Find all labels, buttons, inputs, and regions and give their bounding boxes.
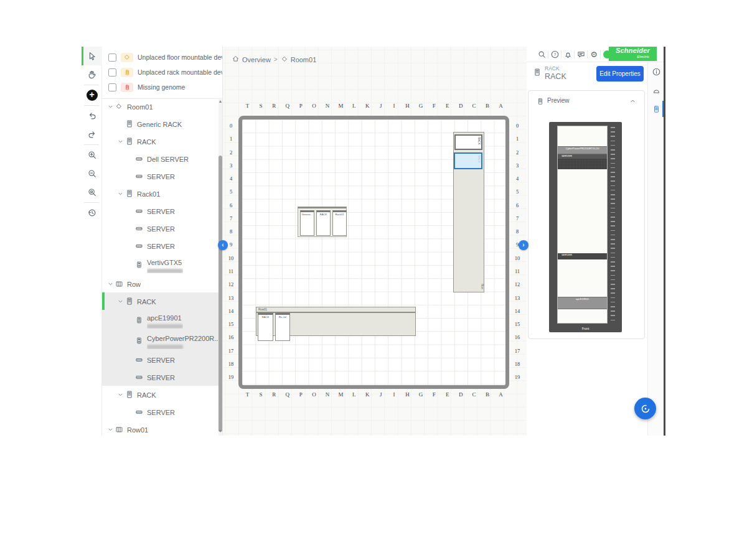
- zoom-fit-tool-button[interactable]: [82, 183, 102, 202]
- zoom-in-tool-button[interactable]: [82, 146, 102, 164]
- column-letter: J: [376, 103, 386, 109]
- notifications-bell-icon[interactable]: [561, 48, 574, 60]
- info-icon[interactable]: [648, 62, 664, 81]
- rack-icon: [537, 96, 544, 108]
- collapse-left-panel-button[interactable]: ‹: [218, 240, 228, 250]
- rack-view-icon[interactable]: [648, 100, 664, 118]
- row-number: 6: [513, 202, 522, 208]
- help-icon[interactable]: ?: [548, 48, 561, 60]
- chevron-down-icon[interactable]: [117, 298, 125, 305]
- column-letter: F: [429, 391, 439, 398]
- floor-rack-selected[interactable]: RACK: [454, 152, 482, 169]
- rack-device-server[interactable]: SERVER: [558, 253, 607, 259]
- floor-row01[interactable]: Row01 RACK Rv-Jxf: [256, 307, 416, 336]
- tree-item-vertivgtx5[interactable]: VertivGTX5: [102, 254, 219, 275]
- column-letter: C: [469, 103, 479, 109]
- floor-rack-rack01[interactable]: Rack01: [332, 210, 347, 236]
- floor-rack-white[interactable]: RACK: [454, 134, 482, 150]
- row-number: 10: [513, 255, 522, 261]
- chevron-down-icon[interactable]: [107, 103, 115, 110]
- tree-scrollbar-thumb[interactable]: [218, 156, 222, 432]
- tree-item-cyberpowerpr2200r[interactable]: CyberPowerPR2200R...: [102, 330, 219, 351]
- tree-item-label: apcE19901: [147, 314, 182, 322]
- hand-tool-button[interactable]: [82, 65, 102, 84]
- rack-device-apce19901[interactable]: apcE19901: [558, 297, 607, 310]
- logo-line2: Electric: [609, 55, 657, 58]
- chevron-down-icon[interactable]: [117, 391, 125, 398]
- column-letter: E: [443, 391, 453, 398]
- blurred-ip-text: [147, 324, 183, 329]
- column-letter: G: [416, 103, 426, 109]
- floor-rack-generic[interactable]: Generic...: [300, 210, 314, 236]
- row-number: 0: [513, 123, 522, 129]
- tree-item-rack[interactable]: RACK: [102, 292, 219, 310]
- chevron-down-icon[interactable]: [117, 138, 125, 145]
- history-tool-button[interactable]: [82, 203, 102, 222]
- floor-rack[interactable]: RACK: [258, 313, 273, 341]
- search-icon[interactable]: [535, 48, 548, 60]
- tree-item-room01[interactable]: Room01: [102, 98, 219, 115]
- breadcrumb-overview[interactable]: Overview: [232, 55, 271, 64]
- alarm-icon[interactable]: [648, 81, 664, 100]
- edit-properties-button[interactable]: Edit Properties: [596, 66, 644, 82]
- chevron-down-icon[interactable]: [107, 426, 115, 433]
- left-panel: Unplaced floor mountable devicesUnplaced…: [102, 47, 223, 436]
- tree-scrollbar[interactable]: [218, 98, 222, 436]
- tree-item-dell-server[interactable]: Dell SERVER: [102, 150, 219, 167]
- rack-device-server[interactable]: SERVER: [558, 154, 607, 169]
- tree-item-server[interactable]: SERVER: [102, 368, 219, 386]
- tree-item-row01[interactable]: Row01: [102, 421, 219, 436]
- zoom-out-tool-button[interactable]: [82, 164, 102, 183]
- tree-item-apce19901[interactable]: apcE19901: [102, 310, 219, 330]
- chevron-down-icon[interactable]: [107, 281, 115, 287]
- feedback-icon[interactable]: [575, 48, 587, 60]
- left-toolbar: +: [82, 47, 102, 436]
- checkbox[interactable]: [108, 83, 116, 91]
- floor-row-middle[interactable]: Generic... RACK Rack01: [298, 207, 347, 237]
- floor-rack[interactable]: RACK: [316, 210, 331, 236]
- checkbox[interactable]: [108, 68, 116, 77]
- column-letter: F: [429, 103, 439, 109]
- tree-item-generic-rack[interactable]: Generic RACK: [102, 115, 219, 133]
- tree-item-server[interactable]: SERVER: [102, 237, 219, 254]
- rack-device-cyberpowerpr2200rtxl2u[interactable]: CyberPowerPR2200RTXL2U: [558, 146, 607, 155]
- server-icon: [135, 373, 144, 381]
- checkbox[interactable]: [108, 54, 116, 62]
- tree-item-rack[interactable]: RACK: [102, 133, 219, 150]
- tree-item-row[interactable]: Row: [102, 275, 219, 292]
- schneider-electric-logo: Schneider Electric: [609, 47, 657, 61]
- scroll-down-icon[interactable]: ▼: [218, 429, 223, 433]
- tree-item-server[interactable]: SERVER: [102, 403, 219, 421]
- undo-tool-button[interactable]: [82, 106, 102, 125]
- collapse-right-panel-button[interactable]: ›: [519, 240, 529, 250]
- right-icon-rail: [647, 62, 664, 436]
- settings-gear-icon[interactable]: ⚙: [588, 48, 600, 60]
- floor-rack[interactable]: Rv-Jxf: [275, 313, 290, 341]
- add-tool-button[interactable]: +: [82, 86, 102, 105]
- assistant-fab-button[interactable]: [634, 398, 656, 419]
- tree-item-label: SERVER: [147, 243, 175, 250]
- breadcrumb-room[interactable]: Room01: [281, 55, 317, 64]
- tree-item-server[interactable]: SERVER: [102, 220, 219, 237]
- tree-item-rack01[interactable]: Rack01: [102, 185, 219, 202]
- column-letter: A: [496, 391, 505, 398]
- tree-item-rack[interactable]: RACK: [102, 386, 219, 403]
- column-letter: L: [349, 391, 359, 398]
- tree-item-server[interactable]: SERVER: [102, 351, 219, 368]
- row-number: 15: [513, 321, 522, 327]
- chevron-down-icon[interactable]: [117, 190, 125, 197]
- device-label: CyberPowerPR2200RTXL2U: [558, 147, 607, 151]
- room-icon: [115, 103, 125, 110]
- chevron-up-icon[interactable]: [629, 96, 637, 108]
- row-number: 2: [227, 149, 235, 156]
- tree-item-label: Row: [127, 281, 141, 288]
- column-letter: T: [243, 391, 253, 398]
- room-icon: [281, 55, 288, 64]
- tree-item-server[interactable]: SERVER: [102, 202, 219, 220]
- tree-item-server[interactable]: SERVER: [102, 167, 219, 185]
- row-number: 11: [227, 268, 235, 274]
- cursor-tool-button[interactable]: [82, 47, 102, 65]
- scroll-up-icon[interactable]: ▲: [218, 99, 223, 103]
- redo-tool-button[interactable]: [82, 125, 102, 144]
- column-letter: E: [443, 103, 453, 109]
